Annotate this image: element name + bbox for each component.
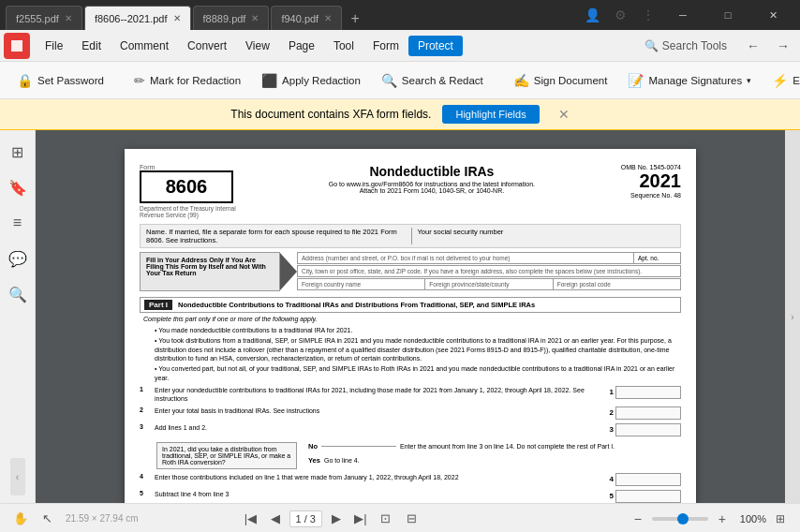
notification-close-button[interactable]: ✕ xyxy=(558,107,570,122)
yes-text: Go to line 4. xyxy=(324,457,360,464)
page-number-display[interactable]: 1 / 3 xyxy=(289,510,322,527)
bottom-tools: ✋ ↖ xyxy=(9,508,58,530)
menu-form[interactable]: Form xyxy=(363,36,408,56)
items-1-3: 1 Enter your nondeductible contributions… xyxy=(140,386,681,438)
sidebar-layers-icon[interactable]: ≡ xyxy=(4,209,32,237)
item-num-4: 4 xyxy=(140,473,151,480)
electroni-button[interactable]: ⚡ Electroni... xyxy=(763,66,800,95)
back-icon[interactable]: ← xyxy=(740,33,766,59)
tab-f8889[interactable]: f8889.pdf ✕ xyxy=(193,6,270,30)
highlight-fields-button[interactable]: Highlight Fields xyxy=(442,105,539,124)
tab-f940[interactable]: f940.pdf ✕ xyxy=(271,6,342,30)
mark-redaction-icon: ✏ xyxy=(134,73,145,88)
sidebar-search-icon[interactable]: 🔍 xyxy=(4,280,32,308)
search-redact-button[interactable]: 🔍 Search & Redact xyxy=(372,66,493,95)
sidebar-collapse-button[interactable]: ‹ xyxy=(10,458,25,495)
item-text-2: Enter your total basis in traditional IR… xyxy=(155,406,606,415)
search-redact-icon: 🔍 xyxy=(381,73,397,88)
apply-redaction-button[interactable]: ⬛ Apply Redaction xyxy=(252,66,370,95)
close-button[interactable]: ✕ xyxy=(751,0,794,30)
omb-section: OMB No. 1545-0074 2021 Sequence No. 48 xyxy=(621,164,681,218)
bullet-3: • You converted part, but not all, of yo… xyxy=(155,364,681,383)
tab-close-f940[interactable]: ✕ xyxy=(324,13,332,23)
first-page-button[interactable]: |◀ xyxy=(241,509,261,529)
last-page-button[interactable]: ▶| xyxy=(350,509,371,529)
profile-icon[interactable]: 👤 xyxy=(579,2,605,28)
bullet-2: • You took distributions from a traditio… xyxy=(155,336,681,363)
tab-f2555[interactable]: f2555.pdf ✕ xyxy=(6,6,82,30)
tax-year: 2021 xyxy=(621,170,681,192)
maximize-button[interactable]: □ xyxy=(706,0,749,30)
question-row: In 2021, did you take a distribution fro… xyxy=(140,442,681,469)
manage-signatures-button[interactable]: 📝 Manage Signatures ▾ xyxy=(618,66,761,95)
page-navigation: |◀ ◀ 1 / 3 ▶ ▶| ⊡ ⊟ xyxy=(241,508,423,530)
no-line xyxy=(321,446,396,447)
tab-close-f8606[interactable]: ✕ xyxy=(173,13,181,23)
menu-tool[interactable]: Tool xyxy=(324,36,363,56)
item-row-5: 5 Subtract line 4 from line 3 5 xyxy=(140,490,681,503)
set-password-button[interactable]: 🔒 Set Password xyxy=(7,66,113,95)
fit-width-icon[interactable]: ⊟ xyxy=(401,508,423,530)
form-title-section: Nondeductible IRAs Go to www.irs.gov/For… xyxy=(250,164,614,218)
name-ssn-row: Name. If married, file a separate form f… xyxy=(140,224,681,248)
add-tab-button[interactable]: + xyxy=(344,7,366,30)
menubar: File Edit Comment Convert View Page Tool… xyxy=(0,30,800,62)
question-spacer xyxy=(140,442,151,469)
notification-bar: This document contains XFA form fields. … xyxy=(0,99,800,130)
address-field-3: Foreign country name xyxy=(298,279,424,289)
form-number: 8606 xyxy=(140,170,233,203)
zoom-slider-thumb[interactable] xyxy=(677,513,689,525)
fill-address-instruction: Fill in Your Address Only if You Are Fil… xyxy=(140,252,280,291)
menu-view[interactable]: View xyxy=(236,36,279,56)
item-row-1: 1 Enter your nondeductible contributions… xyxy=(140,386,681,403)
tab-f8606[interactable]: f8606--2021.pdf ✕ xyxy=(84,6,191,30)
pdf-page: Form 8606 Department of the Treasury Int… xyxy=(125,149,696,503)
menu-protect[interactable]: Protect xyxy=(408,36,463,56)
bottom-bar: ✋ ↖ 21.59 × 27.94 cm |◀ ◀ 1 / 3 ▶ ▶| ⊡ ⊟… xyxy=(0,503,800,532)
item-num-1: 1 xyxy=(140,386,151,392)
zoom-out-button[interactable]: − xyxy=(628,509,648,529)
yes-row: Yes Go to line 4. xyxy=(308,456,615,465)
item-num-5: 5 xyxy=(140,490,151,496)
menu-edit[interactable]: Edit xyxy=(72,36,111,56)
sign-document-button[interactable]: ✍ Sign Document xyxy=(504,66,617,95)
cursor-tool-icon[interactable]: ↖ xyxy=(36,508,58,530)
mark-redaction-button[interactable]: ✏ Mark for Redaction xyxy=(125,66,250,95)
menu-comment[interactable]: Comment xyxy=(111,36,178,56)
address-field-2: City, town or post office, state, and ZI… xyxy=(297,265,681,277)
hand-tool-icon[interactable]: ✋ xyxy=(9,508,32,530)
grid-view-button[interactable]: ⊞ xyxy=(770,509,791,529)
minimize-button[interactable]: ─ xyxy=(661,0,704,30)
form-number-box: Form 8606 Department of the Treasury Int… xyxy=(140,164,243,218)
part1-id: Part I xyxy=(144,300,172,310)
form-label: Form xyxy=(140,164,243,170)
tab-close-f2555[interactable]: ✕ xyxy=(65,13,72,23)
window-controls: 👤 ⚙ ⋮ xyxy=(579,2,661,28)
zoom-slider[interactable] xyxy=(652,517,708,521)
settings-icon[interactable]: ⚙ xyxy=(607,2,633,28)
next-page-button[interactable]: ▶ xyxy=(326,509,347,529)
address-field-4: Foreign province/state/county xyxy=(424,279,552,289)
sidebar-comment-icon[interactable]: 💬 xyxy=(4,244,32,273)
pdf-viewer[interactable]: Form 8606 Department of the Treasury Int… xyxy=(36,130,785,503)
menu-page[interactable]: Page xyxy=(279,36,324,56)
yes-no-section: No Enter the amount from line 3 on line … xyxy=(308,442,615,469)
no-text: Enter the amount from line 3 on line 14.… xyxy=(400,443,615,450)
forward-icon[interactable]: → xyxy=(770,33,796,59)
protect-toolbar: 🔒 Set Password ✏ Mark for Redaction ⬛ Ap… xyxy=(0,62,800,99)
address-fields: Address (number and street, or P.O. box … xyxy=(297,252,681,291)
left-sidebar: ⊞ 🔖 ≡ 💬 🔍 ‹ xyxy=(0,130,36,503)
more-icon[interactable]: ⋮ xyxy=(635,2,661,28)
tab-close-f8889[interactable]: ✕ xyxy=(251,13,259,23)
item-field-2: 2 xyxy=(610,406,681,420)
fit-page-icon[interactable]: ⊡ xyxy=(375,508,397,530)
prev-page-button[interactable]: ◀ xyxy=(265,509,286,529)
form-title: Nondeductible IRAs xyxy=(250,164,614,179)
sidebar-bookmark-icon[interactable]: 🔖 xyxy=(4,173,32,201)
menu-file[interactable]: File xyxy=(36,36,72,56)
zoom-in-button[interactable]: + xyxy=(712,509,733,529)
menu-convert[interactable]: Convert xyxy=(178,36,236,56)
sidebar-thumbnail-icon[interactable]: ⊞ xyxy=(4,138,32,166)
right-sidebar-toggle[interactable]: › xyxy=(785,130,800,503)
search-tools-button[interactable]: 🔍 Search Tools xyxy=(635,36,736,56)
